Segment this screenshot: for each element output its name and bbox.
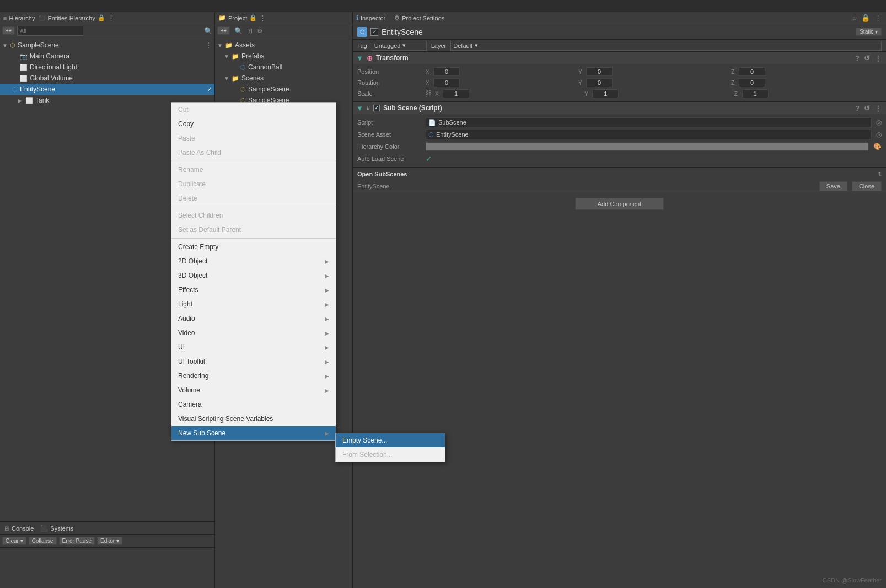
transform-menu-icon[interactable]: ⋮ [873, 54, 883, 62]
ctx-select-children[interactable]: Select Children [171, 208, 336, 223]
project-item-assets[interactable]: ▼ 📁 Assets [215, 40, 352, 51]
project-item-prefabs[interactable]: ▼ 📁 Prefabs [215, 51, 352, 62]
hierarchy-item-globalvolume[interactable]: ⬜ Global Volume [0, 73, 214, 84]
project-item-scenes[interactable]: ▼ 📁 Scenes [215, 73, 352, 84]
project-add-button[interactable]: +▾ [217, 26, 230, 35]
subscene-reset-icon[interactable]: ↺ [863, 104, 871, 112]
auto-load-row: Auto Load Scene ✓ [353, 153, 886, 165]
ctx-delete[interactable]: Delete [171, 191, 336, 206]
ctx-3d-object[interactable]: 3D Object ▶ [171, 268, 336, 283]
rotation-z-input[interactable] [739, 78, 765, 87]
error-pause-button[interactable]: Error Pause [59, 537, 95, 545]
scene-asset-target-icon[interactable]: ◎ [876, 131, 882, 138]
cube-icon: ⬜ [25, 97, 33, 104]
ctx-cut[interactable]: Cut [171, 103, 336, 117]
scale-label: Scale [357, 90, 423, 97]
tag-layer-row: Tag Untagged ▾ Layer Default ▾ [353, 40, 886, 52]
ctx-new-sub-scene[interactable]: New Sub Scene ▶ [171, 426, 336, 440]
ctx-visual-scripting[interactable]: Visual Scripting Scene Variables [171, 412, 336, 426]
collapse-button[interactable]: Collapse [29, 537, 57, 545]
ctx-ui-toolkit[interactable]: UI Toolkit ▶ [171, 354, 336, 369]
ctx-ui[interactable]: UI ▶ [171, 340, 336, 354]
hierarchy-item-label: Global Volume [30, 74, 73, 82]
transform-help-icon[interactable]: ? [854, 54, 861, 62]
submenu-from-selection-label: From Selection... [342, 451, 393, 458]
ctx-volume-arrow: ▶ [325, 387, 329, 393]
ctx-create-empty[interactable]: Create Empty [171, 240, 336, 254]
camera-icon: 📷 [20, 53, 28, 60]
project-menu-icon[interactable]: ⋮ [259, 14, 266, 22]
ctx-audio[interactable]: Audio ▶ [171, 311, 336, 326]
item-more-button[interactable]: ⋮ [205, 41, 212, 50]
scale-x-input[interactable] [443, 89, 469, 98]
x-label: X [426, 80, 432, 86]
hierarchy-item-entityscene[interactable]: ⬡ EntityScene ✓ [0, 84, 214, 95]
ctx-2d-object-arrow: ▶ [325, 258, 329, 265]
open-subscenes-title: Open SubScenes [357, 171, 407, 177]
subscene-help-icon[interactable]: ? [854, 104, 861, 112]
ctx-2d-object[interactable]: 2D Object ▶ [171, 254, 336, 268]
ctx-paste[interactable]: Paste [171, 131, 336, 145]
rotation-y-input[interactable] [586, 78, 613, 87]
ctx-light[interactable]: Light ▶ [171, 297, 336, 311]
y-label: Y [578, 69, 585, 75]
rotation-x-input[interactable] [433, 78, 460, 87]
hierarchy-color-field[interactable] [426, 142, 869, 151]
ctx-duplicate[interactable]: Duplicate [171, 177, 336, 191]
entity-checkbox[interactable]: ✓ [370, 28, 378, 36]
hierarchy-item-directionallight[interactable]: ⬜ Directional Light [0, 62, 214, 73]
inspector-menu-icon[interactable]: ⋮ [873, 14, 883, 22]
hierarchy-menu-icon[interactable]: ⋮ [108, 14, 115, 22]
script-target-icon[interactable]: ◎ [876, 118, 882, 126]
hierarchy-search-input[interactable] [17, 26, 83, 36]
ctx-volume[interactable]: Volume ▶ [171, 383, 336, 397]
subscene-header-icons: ? ↺ ⋮ [854, 104, 883, 112]
add-component-row: Add Component [353, 193, 886, 214]
project-item-label: Prefabs [241, 52, 264, 60]
hierarchy-add-button[interactable]: +▾ [2, 26, 15, 35]
inspector-lock-icon[interactable]: 🔒 [860, 14, 871, 22]
ctx-audio-arrow: ▶ [325, 316, 329, 322]
close-button[interactable]: Close [852, 181, 882, 191]
ctx-paste-as-child[interactable]: Paste As Child [171, 145, 336, 160]
ctx-copy[interactable]: Copy [171, 117, 336, 131]
project-item-samplescene1[interactable]: ⬡ SampleScene [215, 84, 352, 95]
subscene-header[interactable]: ▼ # ✓ Sub Scene (Script) ? ↺ ⋮ [353, 102, 886, 114]
project-settings-icon[interactable]: ⚙ [257, 27, 263, 35]
position-x-input[interactable] [433, 67, 460, 76]
add-component-button[interactable]: Add Component [575, 198, 664, 210]
ctx-set-default-parent[interactable]: Set as Default Parent [171, 223, 336, 237]
scale-z-input[interactable] [742, 89, 769, 98]
position-y-input[interactable] [586, 67, 613, 76]
ctx-rendering[interactable]: Rendering ▶ [171, 369, 336, 383]
color-picker-icon[interactable]: 🎨 [873, 143, 882, 150]
scale-y-input[interactable] [592, 89, 619, 98]
ctx-rename[interactable]: Rename [171, 163, 336, 177]
transform-reset-icon[interactable]: ↺ [863, 54, 871, 62]
project-search-icon[interactable]: 🔍 [234, 27, 243, 35]
editor-button[interactable]: Editor ▾ [97, 537, 122, 545]
submenu-empty-scene[interactable]: Empty Scene... [336, 433, 445, 447]
transform-header[interactable]: ▼ ⊕ Transform ? ↺ ⋮ [353, 52, 886, 64]
static-badge-button[interactable]: Static ▾ [856, 28, 882, 36]
hierarchy-lock-icon: 🔒 [98, 14, 105, 21]
tag-dropdown[interactable]: Untagged ▾ [372, 41, 427, 51]
layer-dropdown[interactable]: Default ▾ [450, 41, 882, 51]
save-button[interactable]: Save [819, 181, 847, 191]
hierarchy-search-icon: 🔍 [204, 27, 212, 35]
subscene-checkbox[interactable]: ✓ [373, 105, 380, 111]
hierarchy-item-samplescene[interactable]: ▼ ⬡ SampleScene ⋮ [0, 40, 214, 51]
x-label: X [426, 69, 432, 75]
subscene-menu-icon[interactable]: ⋮ [873, 104, 883, 112]
ctx-camera[interactable]: Camera [171, 397, 336, 412]
project-filter-icon[interactable]: ⊞ [247, 27, 253, 35]
scene-asset-value: EntityScene [436, 131, 469, 138]
ctx-video[interactable]: Video ▶ [171, 326, 336, 340]
clear-button[interactable]: Clear ▾ [2, 537, 26, 545]
watermark: CSDN @SlowFeather [823, 577, 882, 584]
ctx-effects[interactable]: Effects ▶ [171, 283, 336, 297]
hierarchy-item-maincamera[interactable]: 📷 Main Camera [0, 51, 214, 62]
project-item-cannonball[interactable]: ⬡ CannonBall [215, 62, 352, 73]
submenu-from-selection[interactable]: From Selection... [336, 447, 445, 462]
position-z-input[interactable] [739, 67, 765, 76]
